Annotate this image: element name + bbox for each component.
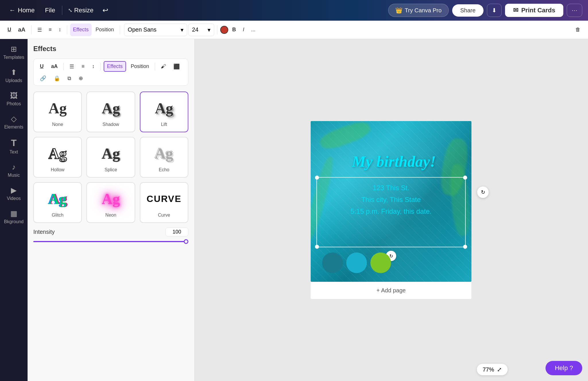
bold-button[interactable]: B (229, 24, 239, 36)
effect-echo-preview: Ag (147, 142, 181, 165)
more-text-options-button[interactable]: ... (248, 24, 258, 36)
handle-tr[interactable] (463, 176, 467, 180)
mini-align-button[interactable]: ☰ (67, 62, 77, 71)
download-button[interactable]: ⬇ (487, 4, 502, 17)
sidebar-item-bkground[interactable]: ▦ Bkground (1, 206, 26, 228)
handle-br[interactable] (463, 245, 467, 249)
effect-lift-card[interactable]: Ag Lift (140, 92, 188, 132)
photos-icon: 🖼 (10, 91, 18, 100)
mini-style-icon: 🖌 (161, 63, 166, 69)
text-label: Text (9, 149, 18, 155)
color-dot-1[interactable] (322, 252, 343, 273)
underline-button[interactable]: U (5, 24, 14, 36)
address-line2: This city, This State (322, 194, 461, 206)
intensity-slider-container[interactable] (33, 239, 188, 244)
more-options-button[interactable]: ⋯ (567, 4, 582, 17)
position-button[interactable]: Position (93, 24, 117, 36)
spacing-button[interactable]: ↕ (56, 24, 64, 36)
handle-bl[interactable] (315, 245, 319, 249)
effect-none-card[interactable]: Ag None (33, 92, 82, 132)
home-button[interactable]: ← Home (6, 4, 38, 16)
text-color-button[interactable] (220, 26, 228, 34)
effect-glitch-card[interactable]: Ag Glitch (33, 182, 82, 223)
effect-shadow-card[interactable]: Ag Shadow (86, 92, 135, 132)
canvas-color-palette (322, 252, 391, 273)
mini-underline-button[interactable]: U (37, 62, 47, 71)
color-dot-3[interactable] (370, 252, 391, 273)
left-sidebar: ⊞ Templates ⬆ Uploads 🖼 Photos ◇ Element… (0, 39, 28, 381)
sidebar-item-music[interactable]: ♪ Music (1, 159, 26, 181)
sidebar-item-photos[interactable]: 🖼 Photos (1, 88, 26, 110)
mini-sep-3 (155, 63, 155, 71)
effect-neon-preview: Ag (94, 187, 128, 210)
mini-add-button[interactable]: ⊕ (76, 73, 86, 83)
mini-list-button[interactable]: ≡ (79, 62, 88, 71)
print-label: Print Cards (521, 7, 555, 14)
effect-curve-preview: CURVE (147, 187, 181, 210)
font-selector[interactable]: Open Sans ▾ (124, 24, 187, 36)
mini-toolbar: U aA ☰ ≡ ↕ Effects Position 🖌 ⬛ 🔗 (33, 59, 188, 86)
mini-position-button[interactable]: Position (128, 62, 152, 71)
text-size-button[interactable]: aA (15, 24, 28, 36)
mini-sep-2 (100, 63, 101, 71)
share-button[interactable]: Share (452, 4, 483, 17)
help-button[interactable]: Help ? (546, 361, 582, 375)
mini-spacing-icon: ↕ (92, 63, 95, 69)
list-button[interactable]: ≡ (46, 24, 55, 36)
mini-lock-button[interactable]: 🔒 (51, 73, 63, 83)
intensity-input[interactable] (165, 228, 188, 236)
mini-effects-button[interactable]: Effects (104, 61, 126, 72)
videos-icon: ▶ (11, 186, 17, 195)
try-canva-button[interactable]: 👑 Try Canva Pro (388, 4, 449, 17)
spacing-icon: ↕ (59, 27, 61, 33)
text-selection-box[interactable]: 123 This St. This city, This State 5:15 … (316, 177, 466, 247)
file-button[interactable]: File (40, 4, 60, 16)
canvas-wrapper: ⧉ ⊕ ↻ My birthday! (311, 121, 471, 299)
rotate-handle[interactable]: ↻ (477, 186, 489, 198)
handle-tl[interactable] (315, 176, 319, 180)
effect-curve-card[interactable]: CURVE Curve (140, 182, 188, 223)
mini-effects-label: Effects (107, 63, 123, 69)
position-label: Position (96, 27, 114, 33)
effect-hollow-card[interactable]: Ag Hollow (33, 137, 82, 178)
mini-link-button[interactable]: 🔗 (37, 73, 49, 83)
font-name: Open Sans (128, 26, 156, 33)
mini-spacing-button[interactable]: ↕ (89, 62, 98, 71)
sidebar-item-uploads[interactable]: ⬆ Uploads (1, 65, 26, 87)
sidebar-item-elements[interactable]: ◇ Elements (1, 111, 26, 133)
italic-button[interactable]: I (240, 24, 247, 36)
mini-sep-1 (63, 63, 64, 71)
font-size-selector[interactable]: 24 ▾ (188, 24, 214, 36)
effect-glitch-preview: Ag (40, 187, 75, 210)
effect-neon-card[interactable]: Ag Neon (86, 182, 135, 223)
effects-tab-button[interactable]: Effects (70, 24, 92, 36)
align-button[interactable]: ☰ (34, 24, 45, 36)
download-icon: ⬇ (492, 7, 497, 14)
sidebar-item-templates[interactable]: ⊞ Templates (1, 41, 26, 63)
color-dot-2[interactable] (346, 252, 367, 273)
mini-align-icon: ☰ (69, 63, 74, 70)
mini-size-button[interactable]: aA (48, 62, 61, 71)
effect-none-preview: Ag (40, 97, 75, 120)
mini-copy-button[interactable]: ⧉ (65, 74, 74, 83)
print-button[interactable]: ✉ Print Cards (505, 4, 563, 17)
effect-neon-label: Neon (105, 213, 116, 218)
canvas-title[interactable]: My birthday! (319, 153, 469, 170)
mini-style-button[interactable]: 🖌 (158, 62, 169, 71)
music-label: Music (8, 173, 20, 178)
effect-splice-card[interactable]: Ag Splice (86, 137, 135, 178)
resize-icon: ⤡ (68, 7, 72, 13)
fullscreen-button[interactable]: ⤢ (497, 366, 502, 373)
mini-texture-button[interactable]: ⬛ (171, 62, 183, 71)
add-page-bar[interactable]: + Add page (311, 282, 471, 299)
delete-button[interactable]: 🗑 (572, 24, 583, 36)
sidebar-item-videos[interactable]: ▶ Videos (1, 182, 26, 205)
undo-button[interactable]: ↩ (99, 4, 112, 17)
mini-add-icon: ⊕ (79, 75, 83, 81)
more-text-icon: ... (251, 27, 256, 33)
effect-echo-card[interactable]: Ag Echo (140, 137, 188, 178)
resize-button[interactable]: ⤡ Resize (65, 4, 97, 16)
sidebar-item-text[interactable]: T Text (1, 134, 26, 158)
slider-thumb[interactable] (184, 239, 188, 244)
elements-label: Elements (4, 125, 24, 130)
